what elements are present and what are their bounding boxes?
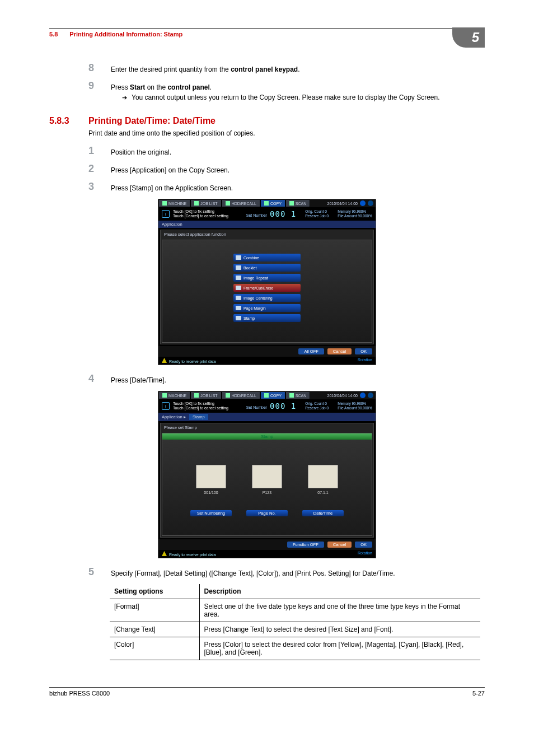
ok-button[interactable]: OK xyxy=(355,348,372,354)
panel-title: Please set Stamp xyxy=(161,423,373,432)
info-text: Touch [OK] to fix setting Touch [Cancel]… xyxy=(173,402,228,410)
memory-stat: Memory 96.980% File Amount 90.000% xyxy=(338,402,372,410)
table-row: [Color]Press [Color] to select the desir… xyxy=(110,637,480,660)
stamp-preview: 001/100 xyxy=(190,465,232,494)
step-text: Press [Stamp] on the Application Screen. xyxy=(111,181,485,193)
machine-icon xyxy=(162,393,167,398)
list-icon xyxy=(194,393,199,398)
rotation-indicator: Rotation xyxy=(358,358,372,363)
info-text: Touch [OK] to fix setting Touch [Cancel]… xyxy=(173,209,228,218)
stamp-date-time-button[interactable]: Date/Time xyxy=(302,510,344,516)
clock-area: 2010/04/04 14:00 xyxy=(325,391,376,399)
chapter-tab: 5 xyxy=(452,27,485,48)
machine-icon xyxy=(162,201,167,206)
status-dot-icon xyxy=(360,393,366,398)
warn-icon xyxy=(162,358,167,363)
tab-copy[interactable]: COPY xyxy=(260,199,285,207)
app-option-label: Stamp xyxy=(243,316,255,320)
cancel-button[interactable]: Cancel xyxy=(327,542,352,548)
tab-recall[interactable]: HDD/RECALL xyxy=(222,199,260,207)
app-option-label: Frame/Cut/Erase xyxy=(243,286,273,290)
tab-scan[interactable]: SCAN xyxy=(285,391,310,399)
screenshot-stamp: MACHINE JOB LIST HDD/RECALL COPY SCAN 20… xyxy=(158,391,376,558)
preview-thumb xyxy=(252,465,282,488)
stamp-subheader: Stamp xyxy=(162,433,372,440)
tab-machine[interactable]: MACHINE xyxy=(158,199,190,207)
tab-scan[interactable]: SCAN xyxy=(285,199,310,207)
printer-status: Ready to receive print data xyxy=(162,551,216,557)
subsection-title: Printing Date/Time: Date/Time xyxy=(88,116,216,126)
app-option-label: Image Centering xyxy=(243,296,273,300)
app-option-icon xyxy=(236,286,241,290)
app-booklet-button[interactable]: Booklet xyxy=(233,264,301,272)
stamp-page-no--button[interactable]: Page No. xyxy=(246,510,288,516)
app-option-label: Booklet xyxy=(243,266,256,270)
stamp-preview: P123 xyxy=(246,465,288,494)
settings-table: Setting options Description [Format]Sele… xyxy=(110,584,480,660)
table-row: [Change Text]Press [Change Text] to sele… xyxy=(110,622,480,637)
table-head-options: Setting options xyxy=(110,584,199,599)
orig-count: Orig. Count 0 Reserve Job 0 xyxy=(305,209,329,218)
step-number: 2 xyxy=(88,163,111,175)
step-text: Press [Date/Time]. xyxy=(111,373,485,385)
app-option-label: Page Margin xyxy=(243,306,266,310)
app-frame-cut-erase-button[interactable]: Frame/Cut/Erase xyxy=(233,284,301,292)
warn-icon xyxy=(162,551,167,556)
tab-machine[interactable]: MACHINE xyxy=(158,391,190,399)
function-off-button[interactable]: Function OFF xyxy=(287,542,324,548)
footer-page: 5-27 xyxy=(472,690,485,697)
info-icon: i xyxy=(162,210,170,218)
step-number: 5 xyxy=(88,566,111,578)
app-option-icon xyxy=(236,255,241,260)
setting-option: [Format] xyxy=(110,599,199,622)
app-stamp-button[interactable]: Stamp xyxy=(233,314,301,322)
setting-description: Select one of the five date type keys an… xyxy=(199,599,480,622)
app-option-label: Image Repeat xyxy=(243,276,268,280)
stamp-set-numbering-button[interactable]: Set Numbering xyxy=(190,510,232,516)
memory-stat: Memory 96.980% File Amount 90.000% xyxy=(338,209,372,218)
app-option-icon xyxy=(236,276,241,280)
hdd-icon xyxy=(226,201,230,206)
step-number: 8 xyxy=(88,62,111,74)
copy-icon xyxy=(264,393,269,398)
preview-label: 001/100 xyxy=(190,491,232,494)
setting-option: [Change Text] xyxy=(110,622,199,637)
step-text: Press Start on the control panel.You can… xyxy=(111,80,485,102)
tab-joblist[interactable]: JOB LIST xyxy=(190,199,221,207)
tab-copy[interactable]: COPY xyxy=(260,391,285,399)
all-off-button[interactable]: All OFF xyxy=(298,348,324,354)
running-header: 5.8 Printing Additional Information: Sta… xyxy=(49,31,182,38)
app-option-icon xyxy=(236,316,241,320)
section-title: Printing Additional Information: Stamp xyxy=(69,31,182,38)
step-text: Enter the desired print quantity from th… xyxy=(111,62,485,74)
step-text: Press [Application] on the Copy Screen. xyxy=(111,163,485,175)
printer-status: Ready to receive print data xyxy=(162,358,216,363)
setting-description: Press [Color] to select the desired colo… xyxy=(199,637,480,660)
ok-button[interactable]: OK xyxy=(355,542,372,548)
app-option-icon xyxy=(236,296,241,300)
step-number: 3 xyxy=(88,181,111,193)
hdd-icon xyxy=(226,393,230,398)
cancel-button[interactable]: Cancel xyxy=(327,348,352,354)
panel-title: Please select application function xyxy=(161,230,373,239)
status-dot-icon xyxy=(360,200,366,206)
app-image-repeat-button[interactable]: Image Repeat xyxy=(233,274,301,282)
stamp-preview: 07.1.1 xyxy=(302,465,344,494)
subsection-intro: Print date and time onto the specified p… xyxy=(88,129,485,137)
app-page-margin-button[interactable]: Page Margin xyxy=(233,304,301,312)
orig-count: Orig. Count 0 Reserve Job 0 xyxy=(305,402,329,410)
app-option-icon xyxy=(236,306,241,310)
breadcrumb: Application ▸ Stamp xyxy=(158,413,376,421)
scan-icon xyxy=(289,201,294,206)
preview-label: P123 xyxy=(246,491,288,494)
preview-label: 07.1.1 xyxy=(302,491,344,494)
tab-recall[interactable]: HDD/RECALL xyxy=(222,391,260,399)
setting-description: Press [Change Text] to select the desire… xyxy=(199,622,480,637)
list-icon xyxy=(194,201,199,206)
set-number: Set Number 000 1 xyxy=(246,402,296,410)
step-number: 1 xyxy=(88,145,111,157)
tab-joblist[interactable]: JOB LIST xyxy=(190,391,221,399)
preview-thumb xyxy=(308,465,338,488)
app-image-centering-button[interactable]: Image Centering xyxy=(233,294,301,302)
app-combine-button[interactable]: Combine xyxy=(233,254,301,262)
